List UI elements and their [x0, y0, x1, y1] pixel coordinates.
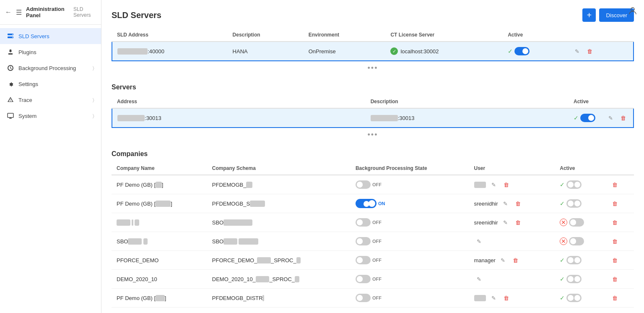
row-delete-button[interactable]: 🗑: [610, 198, 620, 209]
sidebar-item-system[interactable]: System 〉: [0, 108, 101, 124]
sidebar-item-settings[interactable]: Settings: [0, 76, 101, 92]
active-toggle[interactable]: [569, 237, 584, 245]
sidebar-item-trace[interactable]: Trace 〉: [0, 92, 101, 108]
companies-section: Companies Company Name Company Schema Ba…: [112, 150, 634, 308]
bp-toggle[interactable]: [356, 294, 371, 302]
user-delete-button[interactable]: 🗑: [513, 198, 523, 209]
app-subtitle: SLD Servers: [73, 6, 96, 18]
user-cell: ✎🗑: [469, 175, 555, 194]
bp-toggle[interactable]: [356, 199, 377, 208]
bp-toggle[interactable]: [356, 256, 371, 264]
profile-icon[interactable]: [628, 6, 637, 17]
bp-toggle[interactable]: [356, 237, 371, 245]
company-schema-cell: SBO: [207, 232, 351, 251]
user-delete-button[interactable]: 🗑: [513, 217, 523, 227]
active-toggle[interactable]: [569, 218, 584, 227]
bp-state-cell: OFF: [351, 251, 469, 270]
environment-cell: OnPremise: [304, 42, 386, 61]
company-schema-cell: PFDEMOGB_S: [207, 194, 351, 213]
sld-address-cell: :40000: [112, 42, 228, 61]
sidebar-header: ← ☰ Administration Panel SLD Servers: [0, 0, 101, 25]
col-company-schema: Company Schema: [207, 162, 351, 175]
ct-check-icon: ✓: [390, 47, 398, 55]
user-delete-button[interactable]: 🗑: [511, 255, 521, 265]
divider: •••: [112, 128, 634, 142]
active-toggle[interactable]: [566, 275, 582, 283]
description-cell: HANA: [228, 42, 304, 61]
divider: •••: [112, 61, 634, 75]
sld-servers-section: SLD Address Description Environment CT L…: [112, 29, 634, 75]
col-actions: [567, 29, 634, 42]
table-row[interactable]: SBO OFF sreenidhir✎🗑✕ 🗑: [112, 213, 634, 232]
bp-state-cell: OFF: [351, 270, 469, 289]
edit-button[interactable]: ✎: [572, 46, 582, 56]
col-company-name: Company Name: [112, 162, 207, 175]
col-actions: [605, 162, 634, 175]
sidebar-nav: SLD Servers Plugins Background Processin…: [0, 25, 101, 127]
table-row[interactable]: :40000 HANA OnPremise ✓ localhost:30002: [112, 42, 634, 61]
row-delete: 🗑: [605, 194, 634, 213]
table-row[interactable]: PF Demo (GB) [ ]PFDEMOGB_S ON sreenidhir…: [112, 194, 634, 213]
row-delete-button[interactable]: 🗑: [610, 180, 620, 190]
chevron-right-icon: 〉: [93, 97, 94, 103]
table-row[interactable]: PF Demo (GB) [ ]PFDEMOGB_DISTR OFF ✎🗑✓ 🗑: [112, 289, 634, 308]
user-edit-button[interactable]: ✎: [501, 198, 511, 209]
ct-license-cell: ✓ localhost:30002: [385, 42, 503, 61]
table-row[interactable]: PFORCE_DEMOPFORCE_DEMO_ _SPROC_ OFF mana…: [112, 251, 634, 270]
col-sld-address: SLD Address: [112, 29, 228, 42]
active-toggle[interactable]: [566, 256, 582, 264]
user-edit-button[interactable]: ✎: [488, 180, 499, 190]
menu-icon[interactable]: ☰: [16, 8, 22, 16]
table-row[interactable]: PF Demo (GB) [ ]PFDEMOGB_ OFF ✎🗑✓ 🗑: [112, 175, 634, 194]
app-title: Administration Panel: [26, 6, 69, 18]
sidebar-item-sld-servers[interactable]: SLD Servers: [0, 28, 101, 44]
row-delete: 🗑: [605, 232, 634, 251]
delete-button[interactable]: 🗑: [618, 113, 628, 123]
bp-toggle[interactable]: [356, 180, 371, 189]
row-delete-button[interactable]: 🗑: [610, 293, 620, 303]
row-delete-button[interactable]: 🗑: [610, 236, 620, 246]
row-delete-button[interactable]: 🗑: [610, 255, 620, 265]
user-edit-button[interactable]: ✎: [488, 293, 499, 303]
bp-state-cell: OFF: [351, 232, 469, 251]
table-row[interactable]: DEMO_2020_10DEMO_2020_10_ _SPROC_ OFF ✎✓…: [112, 270, 634, 289]
col-ct-license: CT License Server: [385, 29, 503, 42]
check-icon: ✓: [560, 181, 565, 188]
user-edit-button[interactable]: ✎: [498, 255, 508, 265]
bp-toggle[interactable]: [356, 275, 371, 283]
company-name-cell: PF Demo (GB) [ ]: [112, 175, 207, 194]
bp-toggle[interactable]: [356, 218, 371, 227]
active-toggle[interactable]: [566, 294, 582, 302]
sidebar-item-label: Plugins: [18, 49, 94, 55]
active-toggle[interactable]: [566, 180, 582, 189]
sidebar-item-background-processing[interactable]: Background Processing 〉: [0, 60, 101, 76]
table-row[interactable]: SBO SBO OFF ✎✕ 🗑: [112, 232, 634, 251]
servers-section: Servers Address Description Active: [112, 83, 634, 142]
add-button[interactable]: +: [582, 8, 596, 22]
edit-button[interactable]: ✎: [605, 113, 615, 123]
sidebar-item-plugins[interactable]: Plugins: [0, 44, 101, 60]
active-toggle[interactable]: [514, 47, 530, 55]
back-icon[interactable]: ←: [5, 8, 12, 16]
active-toggle[interactable]: [580, 114, 595, 122]
active-cell: ✓: [555, 194, 605, 213]
user-edit-button[interactable]: ✎: [501, 217, 511, 227]
servers-title: Servers: [112, 83, 634, 91]
row-delete-button[interactable]: 🗑: [610, 217, 620, 227]
companies-title: Companies: [112, 150, 634, 158]
check-icon: ✓: [560, 276, 565, 282]
active-cell: ✕: [555, 232, 605, 251]
row-delete: 🗑: [605, 251, 634, 270]
table-row[interactable]: :30013 :30013 ✓: [112, 108, 634, 128]
user-delete-button[interactable]: 🗑: [501, 180, 511, 190]
user-delete-button[interactable]: 🗑: [501, 293, 511, 303]
user-cell: manager✎🗑: [469, 251, 555, 270]
user-edit-button[interactable]: ✎: [474, 236, 484, 246]
col-environment: Environment: [304, 29, 386, 42]
user-edit-button[interactable]: ✎: [474, 274, 484, 284]
company-name-cell: PFORCE_DEMO: [112, 251, 207, 270]
delete-button[interactable]: 🗑: [584, 46, 595, 56]
svg-rect-5: [8, 113, 13, 117]
active-toggle[interactable]: [566, 199, 582, 208]
row-delete-button[interactable]: 🗑: [610, 274, 620, 284]
